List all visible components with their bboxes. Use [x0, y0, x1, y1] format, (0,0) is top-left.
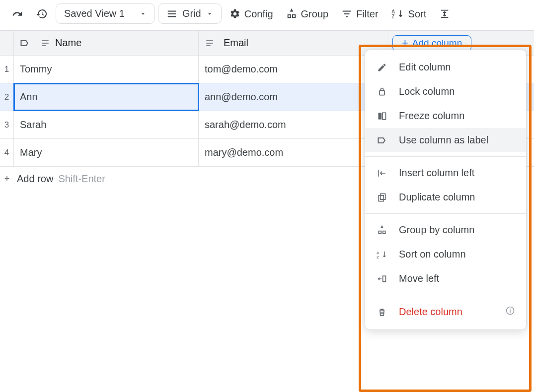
menu-edit-column[interactable]: Edit column: [365, 55, 526, 79]
group-label: Group: [301, 9, 329, 19]
freeze-icon: [377, 111, 387, 121]
history-icon: [36, 8, 48, 20]
menu-item-label: Move left: [399, 273, 439, 284]
filter-label: Filter: [356, 9, 378, 19]
insert-left-icon: [377, 168, 387, 178]
menu-item-label: Delete column: [399, 306, 462, 318]
group-icon: [286, 8, 297, 19]
column-name-label: Name: [55, 37, 81, 49]
menu-freeze-column[interactable]: Freeze column: [365, 104, 526, 128]
duplicate-icon: [377, 193, 387, 202]
svg-rect-2: [379, 113, 382, 119]
row-number-header: [0, 31, 14, 55]
menu-lock-column[interactable]: Lock column: [365, 79, 526, 104]
menu-separator: [365, 156, 526, 157]
menu-separator: [365, 295, 526, 295]
svg-text:Z: Z: [391, 14, 394, 19]
group-icon: [377, 225, 387, 235]
caret-down-icon: [140, 10, 147, 17]
menu-group-by[interactable]: Group by column: [365, 218, 526, 242]
menu-item-label: Duplicate column: [399, 192, 475, 203]
cell-email[interactable]: ann@demo.com: [199, 83, 387, 111]
menu-item-label: Lock column: [399, 86, 455, 97]
column-context-menu: Edit column Lock column Freeze column Us…: [365, 50, 527, 330]
redo-icon: [12, 8, 23, 19]
sort-az-icon: AZ: [377, 250, 387, 260]
layout-label: Grid: [182, 8, 201, 19]
add-column-label: Add column: [412, 38, 462, 49]
sort-az-icon: AZ: [391, 8, 404, 19]
svg-rect-3: [382, 113, 386, 119]
column-header-name[interactable]: Name: [14, 31, 199, 55]
menu-item-label: Edit column: [399, 62, 451, 73]
plus-icon: +: [402, 38, 408, 49]
menu-item-label: Group by column: [399, 224, 474, 236]
add-row-label: Add row: [17, 173, 53, 185]
gear-icon: [229, 8, 240, 19]
cell-name[interactable]: Tommy: [14, 56, 199, 83]
cell-email[interactable]: sarah@demo.com: [199, 111, 387, 138]
svg-rect-4: [381, 194, 385, 199]
menu-sort-on[interactable]: AZ Sort on column: [365, 242, 526, 266]
move-left-icon: [377, 274, 387, 284]
row-number: 3: [0, 111, 14, 138]
lock-icon: [377, 87, 387, 97]
menu-item-label: Sort on column: [399, 249, 466, 260]
caret-down-icon: [206, 10, 213, 17]
filter-icon: [341, 8, 352, 19]
menu-delete-column[interactable]: Delete column: [365, 299, 526, 325]
config-button[interactable]: Config: [225, 5, 278, 22]
redo-button[interactable]: [7, 5, 28, 22]
view-selector[interactable]: Saved View 1: [56, 3, 155, 24]
menu-move-left[interactable]: Move left: [365, 266, 526, 291]
cell-email[interactable]: tom@demo.com: [199, 56, 387, 83]
row-number: 4: [0, 139, 14, 166]
filter-button[interactable]: Filter: [336, 5, 383, 22]
pencil-icon: [377, 63, 387, 72]
column-header-email[interactable]: Email: [199, 31, 387, 55]
row-number: 2: [0, 83, 14, 111]
info-icon: [505, 306, 515, 318]
add-column-button[interactable]: + Add column: [392, 35, 471, 51]
cell-email[interactable]: mary@demo.com: [199, 139, 387, 166]
sort-label: Sort: [408, 9, 427, 19]
grid-icon: [166, 8, 177, 19]
svg-point-10: [510, 309, 511, 310]
menu-item-label: Insert column left: [399, 167, 474, 179]
menu-use-as-label[interactable]: Use column as label: [365, 128, 526, 152]
menu-duplicate[interactable]: Duplicate column: [365, 185, 526, 209]
menu-item-label: Freeze column: [399, 110, 464, 122]
menu-insert-left[interactable]: Insert column left: [365, 161, 526, 185]
view-selector-label: Saved View 1: [64, 8, 125, 19]
add-row-hint: Shift-Enter: [58, 173, 105, 185]
svg-rect-8: [383, 276, 386, 282]
config-label: Config: [244, 9, 273, 19]
label-tag-icon: [20, 38, 30, 48]
menu-item-label: Use column as label: [399, 134, 488, 146]
plus-icon: +: [0, 167, 14, 191]
svg-text:Z: Z: [377, 255, 379, 259]
sort-button[interactable]: AZ Sort: [386, 5, 432, 22]
svg-text:A: A: [377, 251, 380, 255]
column-email-label: Email: [224, 37, 248, 49]
label-tag-icon: [377, 135, 387, 145]
svg-rect-5: [379, 195, 383, 201]
history-button[interactable]: [31, 5, 53, 23]
toolbar: Saved View 1 Grid Config Group Filter AZ…: [0, 0, 534, 31]
svg-rect-11: [510, 310, 511, 313]
cell-name[interactable]: Mary: [14, 139, 199, 166]
cell-name[interactable]: Sarah: [14, 111, 199, 138]
text-icon: [205, 38, 215, 48]
group-button[interactable]: Group: [281, 5, 334, 22]
row-number: 1: [0, 56, 14, 83]
cell-name[interactable]: Ann: [14, 83, 199, 111]
menu-separator: [365, 213, 526, 214]
row-height-button[interactable]: [434, 5, 455, 22]
trash-icon: [377, 307, 387, 317]
row-height-icon: [439, 8, 450, 19]
layout-selector[interactable]: Grid: [158, 3, 222, 24]
text-icon: [40, 38, 50, 48]
